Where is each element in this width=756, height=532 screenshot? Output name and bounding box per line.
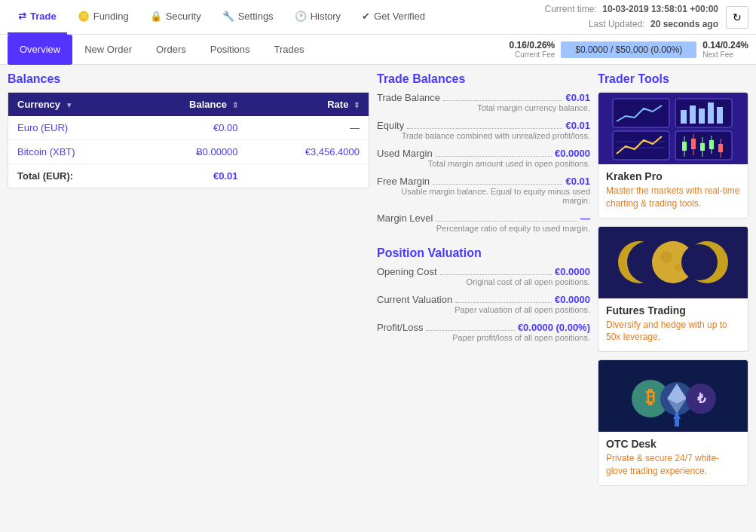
trader-tools-title: Trader Tools <box>598 72 748 86</box>
tb-value-4: — <box>580 212 590 224</box>
rate-eur: — <box>350 122 360 133</box>
left-panel: Balances Currency ▼ Balance ⇕ Rate ⇕ <box>8 72 369 524</box>
next-fee-right-label: Next Fee <box>702 50 748 59</box>
table-row: Euro (EUR) €0.00 — <box>8 116 369 140</box>
pv-profit-loss: Profit/Loss €0.0000 (0.00%) Paper profit… <box>377 322 590 342</box>
nav-item-history[interactable]: 🕐 History <box>284 0 351 35</box>
position-valuation-section: Position Valuation Opening Cost €0.0000 … <box>377 246 590 342</box>
total-balance: €0.01 <box>213 170 238 182</box>
svg-rect-38 <box>675 419 679 427</box>
tb-desc-0: Total margin currency balance. <box>377 103 590 112</box>
balances-table: Currency ▼ Balance ⇕ Rate ⇕ Euro (EUR) <box>8 92 369 188</box>
pv-desc-2: Paper profit/loss of all open positions. <box>377 333 590 342</box>
subnav-trades[interactable]: Trades <box>262 35 317 65</box>
right-panel: Trader Tools <box>598 72 748 524</box>
col-rate[interactable]: Rate ⇕ <box>247 93 369 117</box>
tb-desc-4: Percentage ratio of equity to used margi… <box>377 224 590 233</box>
security-icon: 🔒 <box>150 11 162 22</box>
subnav-overview[interactable]: Overview <box>8 35 72 65</box>
svg-rect-6 <box>699 109 705 124</box>
pv-value-2: €0.0000 (0.00%) <box>518 322 590 333</box>
col-currency[interactable]: Currency ▼ <box>8 93 136 117</box>
tb-value-2: €0.0000 <box>555 148 590 159</box>
tool-card-futures[interactable]: Futures Trading Diversify and hedge with… <box>598 226 748 353</box>
last-updated-value: 20 seconds ago <box>650 19 718 29</box>
otc-name: OTC Desk <box>606 438 740 450</box>
current-fee-left-label: Current Fee <box>510 50 556 59</box>
dotted-line <box>436 156 552 157</box>
tb-free-margin: Free Margin €0.01 Usable margin balance.… <box>377 176 590 205</box>
svg-rect-16 <box>700 143 705 151</box>
sub-nav-left: Overview New Order Orders Positions Trad… <box>8 35 317 65</box>
nav-item-security[interactable]: 🔒 Security <box>139 0 212 35</box>
table-row-total: Total (EUR): €0.01 <box>8 164 369 188</box>
svg-rect-5 <box>690 105 696 124</box>
tool-card-otc[interactable]: ₿ ₺ OTC Desk Private & secure 24/7 white… <box>598 359 748 486</box>
trade-balances-title: Trade Balances <box>377 72 590 86</box>
tb-trade-balance: Trade Balance €0.01 Total margin currenc… <box>377 92 590 112</box>
tb-label-4: Margin Level <box>377 212 433 224</box>
currency-xbt: Bitcoin (XBT) <box>17 146 75 157</box>
tb-margin-level: Margin Level — Percentage ratio of equit… <box>377 212 590 233</box>
tb-value-3: €0.01 <box>565 176 590 187</box>
pv-current-valuation: Current Valuation €0.0000 Paper valuatio… <box>377 294 590 314</box>
history-icon: 🕐 <box>295 11 307 22</box>
pv-desc-1: Paper valuation of all open positions. <box>377 305 590 314</box>
balances-title: Balances <box>8 72 369 86</box>
nav-item-get-verified[interactable]: ✔ Get Verified <box>351 0 436 35</box>
trade-icon: ⇄ <box>18 11 26 22</box>
dotted-line <box>440 274 552 275</box>
kraken-pro-body: Kraken Pro Master the markets with real-… <box>598 164 748 218</box>
pv-value-1: €0.0000 <box>555 294 590 305</box>
futures-body: Futures Trading Diversify and hedge with… <box>598 298 748 352</box>
fee-bar: $0.0000 / $50,000 (0.00%) <box>561 41 696 58</box>
dotted-line <box>426 330 514 331</box>
nav-item-trade[interactable]: ⇄ Trade <box>8 0 67 35</box>
col-balance[interactable]: Balance ⇕ <box>136 93 247 117</box>
balance-eur: €0.00 <box>213 122 238 133</box>
table-row: Bitcoin (XBT) Ƀ0.00000 €3,456.4000 <box>8 140 369 164</box>
tb-label-0: Trade Balance <box>377 92 440 103</box>
middle-panel: Trade Balances Trade Balance €0.01 Total… <box>377 72 590 524</box>
subnav-orders[interactable]: Orders <box>144 35 198 65</box>
futures-image <box>598 227 748 298</box>
tb-label-3: Free Margin <box>377 176 430 187</box>
current-time-value: 10-03-2019 13:58:01 +00:00 <box>602 4 718 14</box>
subnav-new-order[interactable]: New Order <box>72 35 144 65</box>
tb-desc-2: Total margin amount used in open positio… <box>377 159 590 168</box>
nav-item-settings[interactable]: 🔧 Settings <box>212 0 284 35</box>
settings-icon: 🔧 <box>222 11 234 22</box>
top-nav-left: ⇄ Trade 🪙 Funding 🔒 Security 🔧 Settings … <box>8 0 545 35</box>
svg-rect-4 <box>681 110 687 124</box>
kraken-pro-image <box>598 93 748 164</box>
currency-eur: Euro (EUR) <box>17 122 68 133</box>
svg-point-28 <box>681 244 718 280</box>
svg-rect-18 <box>709 140 714 149</box>
current-fee-left-value: 0.16/0.26% <box>510 40 556 50</box>
total-label: Total (EUR): <box>17 170 73 182</box>
svg-rect-20 <box>718 144 723 152</box>
sub-navigation: Overview New Order Orders Positions Trad… <box>0 35 756 65</box>
dotted-line <box>455 302 552 303</box>
otc-image: ₿ ₺ <box>598 360 748 432</box>
tb-desc-1: Trade balance combined with unrealized p… <box>377 131 590 140</box>
nav-item-funding[interactable]: 🪙 Funding <box>67 0 139 35</box>
svg-rect-7 <box>708 102 714 124</box>
trade-balances-section: Trade Balances Trade Balance €0.01 Total… <box>377 72 590 233</box>
sub-nav-fee-info: 0.16/0.26% Current Fee $0.0000 / $50,000… <box>510 40 748 59</box>
dotted-line <box>443 100 562 101</box>
otc-desc: Private & secure 24/7 white-glove tradin… <box>606 452 740 478</box>
svg-rect-0 <box>613 99 669 127</box>
tool-card-kraken-pro[interactable]: Kraken Pro Master the markets with real-… <box>598 92 748 219</box>
main-content: Balances Currency ▼ Balance ⇕ Rate ⇕ <box>0 65 756 532</box>
refresh-button[interactable]: ↻ <box>726 6 748 29</box>
verified-icon: ✔ <box>362 11 370 22</box>
pv-value-0: €0.0000 <box>555 266 590 277</box>
svg-text:₿: ₿ <box>646 387 655 407</box>
otc-body: OTC Desk Private & secure 24/7 white-glo… <box>598 432 748 485</box>
rate-xbt: €3,456.4000 <box>305 146 360 157</box>
position-valuation-title: Position Valuation <box>377 246 590 260</box>
last-updated-label: Last Updated: <box>589 19 645 29</box>
subnav-positions[interactable]: Positions <box>198 35 262 65</box>
balance-xbt: Ƀ0.00000 <box>196 146 238 157</box>
